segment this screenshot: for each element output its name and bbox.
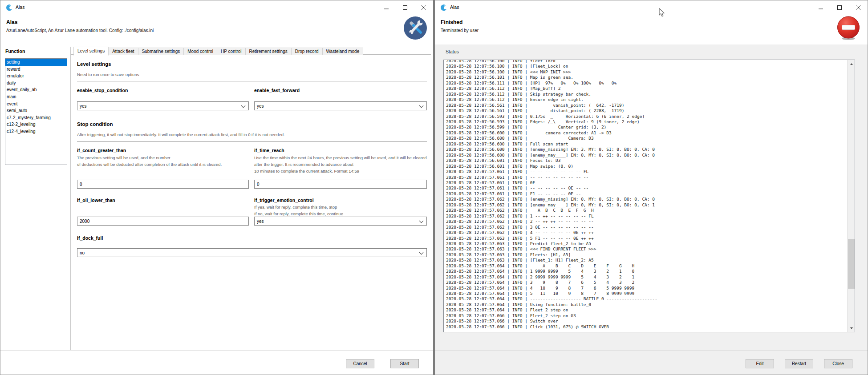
log-line: 2020-05-28 12:07:57.063 | INFO | 5 F1 --… bbox=[446, 236, 847, 241]
log-line: 2020-05-28 12:07:57.061 | INFO | 0E -- -… bbox=[446, 180, 847, 185]
run-status-subtitle: Terminated by user bbox=[441, 28, 479, 33]
alas-run-window: Alas Finished Terminated by user Status bbox=[434, 0, 868, 375]
function-list-item[interactable]: emulator bbox=[5, 73, 67, 80]
status-panel: Status 2020-05-28 12:07:56.100 | INFO | … bbox=[435, 44, 868, 375]
alas-logo-icon bbox=[5, 4, 12, 11]
config-subtitle: AzurLaneAutoScript, An Azur Lane automat… bbox=[6, 28, 154, 33]
log-line: 2020-05-28 12:07:57.064 | INFO | 1 9999 … bbox=[446, 269, 847, 274]
log-line: 2020-05-28 12:07:56.561 | INFO | vanish_… bbox=[446, 103, 847, 108]
tab[interactable]: Wasteland mode bbox=[323, 48, 364, 55]
log-line: 2020-05-28 12:07:57.061 | INFO | F1 -- -… bbox=[446, 191, 847, 197]
tab[interactable]: Mood control bbox=[184, 48, 217, 55]
close-button[interactable] bbox=[414, 0, 433, 15]
footer-divider bbox=[435, 350, 868, 351]
function-list-item[interactable]: c12-2_leveling bbox=[5, 121, 67, 128]
log-line: 2020-05-28 12:07:56.593 | INFO | Edges: … bbox=[446, 119, 847, 125]
maximize-button[interactable] bbox=[830, 0, 849, 15]
function-list-item[interactable]: reward bbox=[5, 66, 67, 73]
scroll-down-icon[interactable] bbox=[848, 324, 855, 332]
function-list-item[interactable]: c12-4_leveling bbox=[5, 128, 67, 135]
function-list-item[interactable]: setting bbox=[5, 59, 67, 66]
log-line: 2020-05-28 12:07:56.600 | INFO | Camera:… bbox=[446, 136, 847, 141]
tab[interactable]: Level settings bbox=[73, 47, 109, 56]
log-line: 2020-05-28 12:07:57.061 | INFO | -- -- -… bbox=[446, 175, 847, 180]
close-button[interactable] bbox=[849, 0, 868, 15]
enable-fast-forward-select[interactable]: yes bbox=[254, 101, 427, 110]
titlebar[interactable]: Alas bbox=[435, 0, 868, 15]
window-controls bbox=[811, 0, 868, 15]
if-time-reach-help: Use the time within the next 24 hours, t… bbox=[254, 155, 427, 174]
minimize-button[interactable] bbox=[377, 0, 396, 15]
window-controls bbox=[377, 0, 433, 15]
window-title: Alas bbox=[16, 4, 24, 10]
log-lines: 2020-05-28 12:07:56.100 | INFO | fleet_l… bbox=[446, 60, 847, 330]
chevron-down-icon bbox=[419, 104, 424, 108]
function-list-item[interactable]: event bbox=[5, 101, 67, 108]
tab[interactable]: Retirement settings bbox=[246, 48, 292, 55]
minimize-button[interactable] bbox=[811, 0, 830, 15]
function-list: settingrewardemulatordailyevent_daily_ab… bbox=[5, 58, 67, 165]
log-line: 2020-05-28 12:07:56.112 | INFO | [Map_bu… bbox=[446, 86, 847, 91]
log-line: 2020-05-28 12:07:56.600 | INFO | Full sc… bbox=[446, 141, 847, 147]
divider bbox=[77, 81, 427, 81]
function-list-item[interactable]: daily bbox=[5, 80, 67, 87]
log-line: 2020-05-28 12:07:57.064 | INFO | Fleet 2… bbox=[446, 307, 847, 313]
chevron-down-icon bbox=[241, 104, 246, 108]
enable-stop-condition-label: enable_stop_condition bbox=[77, 88, 128, 93]
if-time-reach-input[interactable] bbox=[254, 180, 427, 189]
log-line: 2020-05-28 12:07:57.064 | INFO | 5 11 10… bbox=[446, 291, 847, 296]
log-scrollbar[interactable] bbox=[847, 60, 855, 332]
window-title: Alas bbox=[450, 4, 459, 10]
close-window-button[interactable]: Close bbox=[824, 359, 852, 368]
edit-button[interactable]: Edit bbox=[746, 359, 774, 368]
if-oil-lower-than-input[interactable] bbox=[77, 217, 249, 226]
log-line: 2020-05-28 12:07:57.063 | INFO | [Fleet_… bbox=[446, 258, 847, 263]
if-dock-full-select[interactable]: no bbox=[77, 248, 427, 257]
tab[interactable]: Drop record bbox=[292, 48, 323, 55]
function-list-item[interactable]: semi_auto bbox=[5, 107, 67, 114]
log-line: 2020-05-28 12:07:57.064 | INFO | -------… bbox=[446, 296, 847, 302]
log-line: 2020-05-28 12:07:56.601 | INFO | Map swi… bbox=[446, 164, 847, 169]
log-line: 2020-05-28 12:07:57.062 | INFO | [enemy_… bbox=[446, 197, 847, 202]
tab[interactable]: Submarine settings bbox=[138, 48, 184, 55]
stopped-badge-icon bbox=[836, 15, 861, 41]
log-line: 2020-05-28 12:07:57.062 | INFO | [enemy_… bbox=[446, 202, 847, 208]
log-line: 2020-05-28 12:07:57.062 | INFO | 2 -- ++… bbox=[446, 219, 847, 224]
section-title-stop-condition: Stop condition bbox=[77, 121, 113, 127]
start-button[interactable]: Start bbox=[390, 359, 419, 368]
log-line: 2020-05-28 12:07:57.062 | INFO | 1 -- ++… bbox=[446, 214, 847, 219]
maximize-button[interactable] bbox=[396, 0, 414, 15]
if-count-greater-than-label: if_count_greater_than bbox=[77, 148, 126, 153]
log-line: 2020-05-28 12:07:56.593 | INFO | 0.175s … bbox=[446, 114, 847, 119]
log-line: 2020-05-28 12:07:56.112 | INFO | Skip st… bbox=[446, 92, 847, 97]
enable-fast-forward-label: enable_fast_forward bbox=[254, 88, 300, 93]
if-trigger-emotion-control-select[interactable]: yes bbox=[254, 217, 427, 226]
log-output: 2020-05-28 12:07:56.100 | INFO | fleet_l… bbox=[443, 60, 855, 332]
if-oil-lower-than-label: if_oil_lower_than bbox=[77, 198, 115, 203]
config-title: Alas bbox=[6, 19, 17, 25]
function-list-item[interactable]: main bbox=[5, 93, 67, 101]
tab[interactable]: Attack fleet bbox=[109, 48, 138, 55]
log-line: 2020-05-28 12:07:57.062 | INFO | A B C D… bbox=[446, 208, 847, 213]
chevron-down-icon bbox=[419, 219, 424, 223]
enable-stop-condition-select[interactable]: yes bbox=[77, 101, 249, 110]
scroll-up-icon[interactable] bbox=[848, 60, 855, 68]
tab[interactable]: HP control bbox=[217, 48, 246, 55]
restart-button[interactable]: Restart bbox=[785, 359, 813, 368]
log-line: 2020-05-28 12:07:57.066 | INFO | Fleet_2… bbox=[446, 313, 847, 319]
if-dock-full-label: if_dock_full bbox=[77, 235, 103, 241]
function-list-item[interactable]: c7-2_mystery_farming bbox=[5, 114, 67, 121]
section-desc-level-settings: Need to run once to save options bbox=[77, 72, 139, 77]
if-count-greater-than-input[interactable] bbox=[77, 180, 249, 189]
chevron-down-icon bbox=[419, 250, 424, 255]
log-line: 2020-05-28 12:07:57.064 | INFO | 2 9999 … bbox=[446, 274, 847, 280]
sidebar-divider bbox=[70, 47, 71, 350]
function-list-item[interactable]: event_daily_ab bbox=[5, 86, 67, 93]
log-line: 2020-05-28 12:07:57.062 | INFO | 4 -- --… bbox=[446, 230, 847, 235]
cancel-button[interactable]: Cancel bbox=[346, 359, 374, 368]
log-line: 2020-05-28 12:07:56.599 | INFO | Center … bbox=[446, 125, 847, 130]
scrollbar-thumb[interactable] bbox=[848, 239, 855, 289]
log-line: 2020-05-28 12:07:56.601 | INFO | Focus t… bbox=[446, 158, 847, 163]
titlebar[interactable]: Alas bbox=[0, 0, 433, 15]
log-line: 2020-05-28 12:07:56.600 | INFO | [enemy_… bbox=[446, 147, 847, 152]
